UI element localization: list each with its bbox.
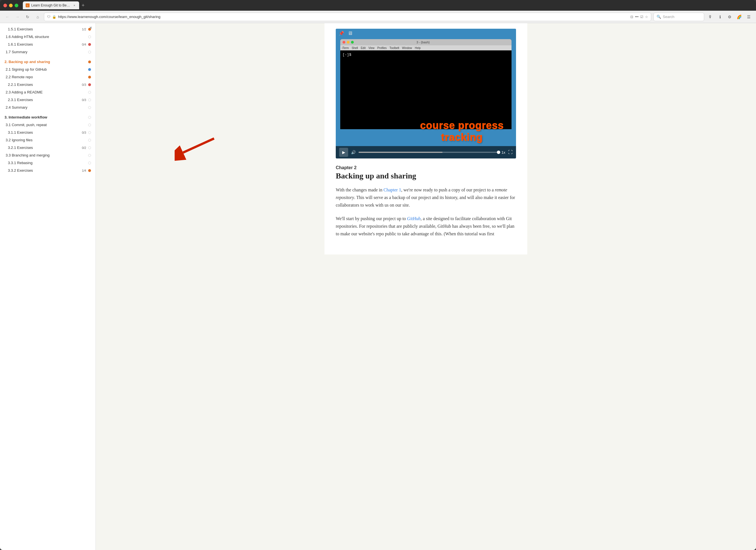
iterm-minimize[interactable] <box>347 41 350 44</box>
nav-bar: ← → ↻ ⌂ 🛡 🔒 https://www.learnenough.com/… <box>0 11 756 23</box>
red-arrow <box>175 133 220 161</box>
maximize-button[interactable] <box>15 4 18 7</box>
home-button[interactable]: ⌂ <box>34 13 42 21</box>
progress-dot <box>88 76 91 79</box>
sidebar-item-label: 3.1.1 Exercises <box>8 130 82 135</box>
progress-dot <box>88 91 91 94</box>
sidebar-item-3-1-1[interactable]: 3.1.1 Exercises 0/3 <box>0 129 95 136</box>
close-button[interactable] <box>3 4 7 7</box>
reader-icon[interactable]: ⊡ <box>630 15 633 19</box>
menu-iterm[interactable]: iTerm <box>342 46 349 50</box>
sidebar-item-badge: 0/2 <box>82 146 91 150</box>
chapter-paragraph-1: With the changes made in Chapter 1, we'r… <box>336 186 516 209</box>
sidebar-item-3-3[interactable]: 3.3 Branching and merging <box>0 152 95 159</box>
shield-icon: 🛡 <box>47 15 50 19</box>
sidebar-item-label: 3.1 Commit, push, repeat <box>6 123 88 127</box>
sidebar-item-3-2[interactable]: 3.2 Ignoring files <box>0 136 95 144</box>
sidebar-item-badge: 0/3 <box>82 98 91 102</box>
search-placeholder: Search <box>663 15 674 19</box>
sidebar-item-label: 1.6.1 Exercises <box>8 42 82 46</box>
lock-icon: 🔒 <box>52 15 56 19</box>
sidebar-item-3-3-2[interactable]: 3.3.2 Exercises 1/4 <box>0 167 95 174</box>
profile-icon[interactable]: 🌈 <box>735 13 743 21</box>
settings-icon[interactable]: ⚙ <box>726 13 733 21</box>
pocket-icon[interactable]: ☑ <box>640 15 643 19</box>
sidebar-item-2-2-1[interactable]: 2.2.1 Exercises 0/3 <box>0 81 95 88</box>
sidebar-item-2-3[interactable]: 2.3 Adding a README <box>0 88 95 96</box>
progress-bar[interactable] <box>359 152 499 153</box>
menu-window[interactable]: Window <box>402 46 412 50</box>
progress-dot <box>88 99 91 101</box>
traffic-lights <box>3 4 18 7</box>
progress-dot <box>88 116 91 119</box>
sidebar-item-1-6-1[interactable]: 1.6.1 Exercises 0/4 <box>0 41 95 48</box>
play-button[interactable]: ▶ <box>339 148 348 157</box>
sidebar-item-1-6[interactable]: 1.6 Adding HTML structure <box>0 33 95 41</box>
chapter-1-link[interactable]: Chapter 1 <box>384 188 401 192</box>
sidebar-item-badge <box>88 51 91 54</box>
active-tab[interactable]: L Learn Enough Git to Be Danger… × <box>23 1 79 9</box>
terminal-body: [-]$ <box>340 50 512 129</box>
content-inner: 📌 🖥 <box>324 23 527 255</box>
menu-view[interactable]: View <box>368 46 375 50</box>
sidebar-item-badge <box>88 35 91 38</box>
pin-icon[interactable]: 📌 <box>339 31 344 36</box>
sidebar-item-2-2[interactable]: 2.2 Remote repo <box>0 73 95 81</box>
sidebar-item-badge <box>88 68 91 71</box>
sidebar-item-1-5-1[interactable]: 1.5.1 Exercises 1/2 <box>0 25 95 33</box>
menu-icon[interactable]: ☰ <box>745 13 753 21</box>
monitor-icon[interactable]: 🖥 <box>348 30 353 36</box>
tab-favicon: L <box>26 3 30 7</box>
search-bar[interactable]: 🔍 Search <box>653 13 704 21</box>
menu-profiles[interactable]: Profiles <box>377 46 386 50</box>
sidebar-item-label: 2.4 Summary <box>6 105 88 110</box>
terminal-prompt: [-]$ <box>343 53 351 57</box>
sidebar-item-3-2-1[interactable]: 3.2.1 Exercises 0/2 <box>0 144 95 152</box>
sidebar-item-badge <box>88 106 91 109</box>
sidebar-item-label: 3.2.1 Exercises <box>8 146 82 150</box>
iterm-close[interactable] <box>343 41 345 44</box>
toolbar-icons: 🎙 ℹ ⚙ 🌈 ☰ <box>706 13 753 21</box>
microphone-icon[interactable]: 🎙 <box>706 13 714 21</box>
bookmark-icon[interactable]: ☆ <box>645 15 648 19</box>
main-content: 📌 🖥 <box>96 23 756 550</box>
sidebar-item-label: 3.3.1 Rebasing <box>8 161 88 165</box>
iterm-title-text: 3 - {bash} <box>416 41 430 44</box>
new-tab-button[interactable]: + <box>79 1 87 9</box>
menu-help[interactable]: Help <box>415 46 421 50</box>
speed-label[interactable]: 1x <box>501 150 505 155</box>
sidebar-item-3[interactable]: 3. Intermediate workflow <box>0 114 95 121</box>
volume-icon[interactable]: 🔊 <box>351 150 356 155</box>
iterm-zoom[interactable] <box>351 41 354 44</box>
back-button[interactable]: ← <box>3 13 11 21</box>
chapter-paragraph-2: We'll start by pushing our project up to… <box>336 215 516 238</box>
github-link[interactable]: GitHub <box>407 216 421 221</box>
sidebar-item-3-3-1[interactable]: 3.3.1 Rebasing <box>0 159 95 167</box>
more-icon[interactable]: ••• <box>635 15 639 19</box>
progress-dot <box>88 35 91 38</box>
sidebar-item-1-7[interactable]: 1.7 Summary <box>0 48 95 56</box>
sidebar-item-3-1[interactable]: 3.1 Commit, push, repeat <box>0 121 95 129</box>
sidebar-item-2-3-1[interactable]: 2.3.1 Exercises 0/3 <box>0 96 95 104</box>
sidebar-item-2-1[interactable]: 2.1 Signing up for GitHub <box>0 66 95 73</box>
video-controls: ▶ 🔊 1x ⛶ <box>336 146 516 159</box>
sidebar-item-badge: 1/4 <box>82 169 91 172</box>
fullscreen-button[interactable]: ⛶ <box>508 150 513 155</box>
tab-close-button[interactable]: × <box>72 3 76 7</box>
menu-edit[interactable]: Edit <box>361 46 366 50</box>
sidebar-close-button[interactable]: × <box>90 25 92 30</box>
menu-toolbelt[interactable]: Toolbelt <box>390 46 399 50</box>
sidebar-item-2-4[interactable]: 2.4 Summary <box>0 104 95 111</box>
forward-button[interactable]: → <box>14 13 21 21</box>
video-player: 📌 🖥 <box>336 29 516 159</box>
minimize-button[interactable] <box>9 4 13 7</box>
progress-dot <box>88 146 91 149</box>
progress-dot <box>88 124 91 126</box>
info-icon[interactable]: ℹ <box>716 13 724 21</box>
progress-dot <box>88 131 91 134</box>
iterm-menubar: iTerm Shell Edit View Profiles Toolbelt … <box>340 45 512 50</box>
menu-shell[interactable]: Shell <box>352 46 358 50</box>
address-bar[interactable]: 🛡 🔒 https://www.learnenough.com/course/l… <box>44 13 651 21</box>
reload-button[interactable]: ↻ <box>24 13 32 21</box>
sidebar-item-2[interactable]: 2. Backing up and sharing <box>0 58 95 66</box>
